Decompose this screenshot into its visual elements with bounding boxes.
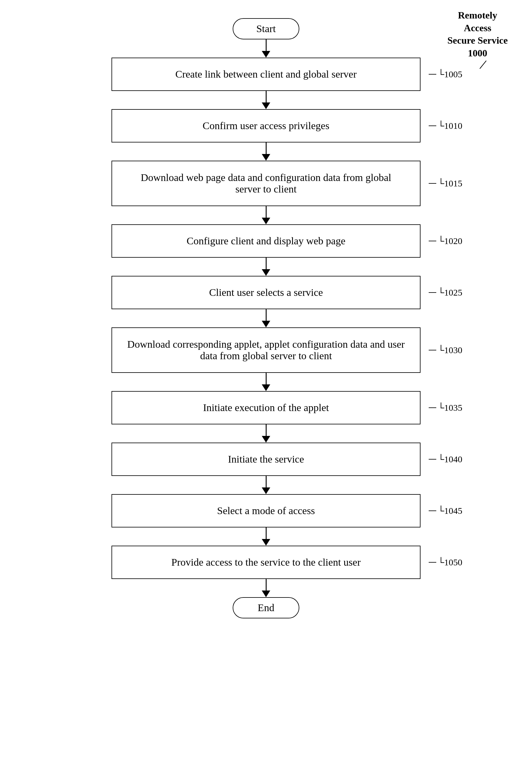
step-wrapper-1035: Initiate execution of the applet └1035 <box>111 391 421 425</box>
step-wrapper-1005: Create link between client and global se… <box>111 58 421 91</box>
step-1015-label: └1015 <box>438 178 462 188</box>
step-1035-label: └1035 <box>438 403 462 413</box>
step-1050-label: └1050 <box>438 557 462 568</box>
step-wrapper-1015: Download web page data and configuration… <box>111 161 421 206</box>
step-1045-text: Select a mode of access <box>217 505 315 517</box>
flowchart: Start Create link between client and glo… <box>99 18 433 618</box>
title-line2: Access <box>447 22 508 35</box>
step-1020-label: └1020 <box>438 236 462 246</box>
arrow-3 <box>262 206 270 224</box>
step-1035-text: Initiate execution of the applet <box>203 402 329 414</box>
step-wrapper-1040: Initiate the service └1040 <box>111 443 421 476</box>
arrow-5 <box>262 309 270 327</box>
process-box-1015: Download web page data and configuration… <box>111 161 421 206</box>
diagram-title: Remotely Access Secure Service 1000 <box>447 9 508 59</box>
process-box-1040: Initiate the service └1040 <box>111 443 421 476</box>
title-line1: Remotely <box>447 9 508 22</box>
step-wrapper-1030: Download corresponding applet, applet co… <box>111 327 421 373</box>
step-1010-label: └1010 <box>438 121 462 131</box>
arrow-6 <box>262 373 270 391</box>
process-box-1010: Confirm user access privileges └1010 <box>111 109 421 142</box>
step-1015-text: Download web page data and configuration… <box>127 172 405 195</box>
title-line4: 1000 <box>447 47 508 60</box>
process-box-1050: Provide access to the service to the cli… <box>111 546 421 579</box>
step-wrapper-1025: Client user selects a service └1025 <box>111 276 421 309</box>
arrow-9 <box>262 528 270 546</box>
process-box-1025: Client user selects a service └1025 <box>111 276 421 309</box>
process-box-1035: Initiate execution of the applet └1035 <box>111 391 421 425</box>
arrow-4 <box>262 258 270 276</box>
diagram-container: Remotely Access Secure Service 1000 / St… <box>0 0 532 773</box>
start-terminal: Start <box>233 18 299 39</box>
step-1030-text: Download corresponding applet, applet co… <box>127 338 405 361</box>
arrow-7 <box>262 425 270 443</box>
step-1005-label: └1005 <box>438 69 462 79</box>
step-wrapper-1050: Provide access to the service to the cli… <box>111 546 421 579</box>
step-wrapper-1045: Select a mode of access └1045 <box>111 494 421 528</box>
step-1010-text: Confirm user access privileges <box>203 120 329 132</box>
process-box-1030: Download corresponding applet, applet co… <box>111 327 421 373</box>
arrow-2 <box>262 142 270 161</box>
arrow-10 <box>262 579 270 597</box>
title-line3: Secure Service <box>447 34 508 47</box>
step-1050-text: Provide access to the service to the cli… <box>171 557 361 568</box>
step-wrapper-1010: Confirm user access privileges └1010 <box>111 109 421 142</box>
step-1025-label: └1025 <box>438 287 462 298</box>
arrow-0 <box>262 39 270 58</box>
step-1025-text: Client user selects a service <box>209 287 323 298</box>
end-terminal: End <box>233 597 299 618</box>
process-box-1005: Create link between client and global se… <box>111 58 421 91</box>
process-box-1020: Configure client and display web page └1… <box>111 224 421 258</box>
step-1020-text: Configure client and display web page <box>187 235 345 247</box>
step-1005-text: Create link between client and global se… <box>175 68 357 80</box>
step-1030-label: └1030 <box>438 345 462 355</box>
arrow-1 <box>262 91 270 109</box>
step-1040-label: └1040 <box>438 454 462 465</box>
step-wrapper-1020: Configure client and display web page └1… <box>111 224 421 258</box>
step-1045-label: └1045 <box>438 506 462 516</box>
process-box-1045: Select a mode of access └1045 <box>111 494 421 528</box>
arrow-8 <box>262 476 270 494</box>
step-1040-text: Initiate the service <box>228 454 304 465</box>
